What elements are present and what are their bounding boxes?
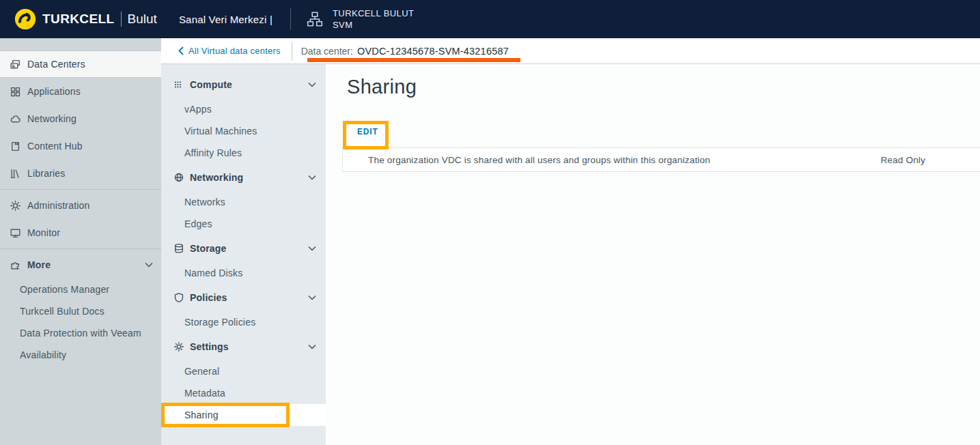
breadcrumb-divider bbox=[292, 42, 292, 61]
sidebar-item-administration[interactable]: Administration bbox=[0, 192, 161, 219]
main-sidebar: Data Centers Applications Networking Con… bbox=[0, 38, 161, 445]
puzzle-icon bbox=[10, 259, 21, 271]
brand-divider bbox=[121, 12, 122, 27]
sitemap-icon bbox=[306, 10, 324, 28]
turkcell-logo[interactable]: TURKCELL Bulut bbox=[14, 8, 157, 31]
org-name: TURKCELL BULUT SVM bbox=[333, 8, 414, 31]
turkcell-logo-icon bbox=[14, 8, 37, 31]
subnav-section-label: Storage bbox=[190, 243, 227, 254]
sidebar-item-applications[interactable]: Applications bbox=[0, 78, 161, 105]
subnav-item-sharing[interactable]: Sharing bbox=[161, 404, 326, 426]
chevron-down-icon bbox=[308, 175, 316, 180]
datacenter-name: OVDC-12345678-SVM-43216587 bbox=[357, 46, 509, 57]
subnav-item-storage-policies[interactable]: Storage Policies bbox=[161, 311, 326, 333]
subnav-section-compute[interactable]: Compute bbox=[161, 71, 326, 98]
sidebar-item-label: Administration bbox=[27, 200, 90, 211]
edit-button[interactable]: EDIT bbox=[357, 127, 378, 137]
subnav-item-metadata[interactable]: Metadata bbox=[161, 382, 326, 404]
subnav-item-vapps[interactable]: vApps bbox=[161, 98, 326, 120]
subnav-section-policies[interactable]: Policies bbox=[161, 284, 326, 311]
sidebar-item-label: Networking bbox=[27, 113, 76, 124]
globe-icon bbox=[173, 172, 184, 183]
brand-suffix: Bulut bbox=[128, 12, 157, 27]
org-name-line2: SVM bbox=[333, 19, 414, 31]
app-header: TURKCELL Bulut Sanal Veri Merkezi | TURK… bbox=[0, 0, 980, 38]
datacenter-label: Data center: bbox=[301, 46, 353, 57]
sidebar-item-label: Monitor bbox=[27, 227, 60, 238]
sharing-grid: The organization VDC is shared with all … bbox=[342, 147, 980, 172]
libraries-icon bbox=[10, 168, 21, 180]
grid-dots-icon bbox=[173, 79, 184, 90]
shield-icon bbox=[173, 292, 184, 303]
portal-title: Sanal Veri Merkezi | bbox=[179, 14, 272, 25]
subnav-item-edges[interactable]: Edges bbox=[161, 213, 326, 235]
sidebar-divider bbox=[0, 248, 161, 249]
back-link-all-vdcs[interactable]: All Virtual data centers bbox=[178, 46, 281, 56]
sidebar-item-availability[interactable]: Availability bbox=[0, 344, 161, 366]
sidebar-item-turkcell-bulut-docs[interactable]: Turkcell Bulut Docs bbox=[0, 300, 161, 322]
subnav-item-affinity-rules[interactable]: Affinity Rules bbox=[161, 142, 326, 164]
subnav-item-named-disks[interactable]: Named Disks bbox=[161, 262, 326, 284]
breadcrumb: All Virtual data centers Data center: OV… bbox=[161, 38, 980, 64]
subnav-section-label: Settings bbox=[190, 341, 229, 352]
content-hub-icon bbox=[10, 141, 21, 152]
subnav-section-networking[interactable]: Networking bbox=[161, 164, 326, 191]
subnav-section-label: Networking bbox=[190, 172, 243, 183]
back-link-label: All Virtual data centers bbox=[188, 46, 281, 56]
sidebar-item-monitor[interactable]: Monitor bbox=[0, 219, 161, 246]
sidebar-item-data-protection-veeam[interactable]: Data Protection with Veeam bbox=[0, 322, 161, 344]
data-centers-icon bbox=[10, 59, 21, 70]
sidebar-item-data-centers[interactable]: Data Centers bbox=[0, 51, 161, 78]
sidebar-item-libraries[interactable]: Libraries bbox=[0, 160, 161, 187]
app-window: TURKCELL Bulut Sanal Veri Merkezi | TURK… bbox=[0, 0, 980, 445]
org-name-line1: TURKCELL BULUT bbox=[333, 8, 414, 19]
chevron-down-icon bbox=[308, 246, 316, 251]
sidebar-item-label: Applications bbox=[27, 86, 81, 97]
main-content: Sharing EDIT The organization VDC is sha… bbox=[326, 64, 980, 445]
sidebar-divider bbox=[0, 189, 161, 190]
cloud-icon bbox=[10, 113, 21, 125]
database-icon bbox=[173, 243, 184, 254]
subnav-item-networks[interactable]: Networks bbox=[161, 191, 326, 213]
subnav-item-general[interactable]: General bbox=[161, 360, 326, 382]
brand-name: TURKCELL bbox=[42, 12, 115, 27]
sidebar-item-networking[interactable]: Networking bbox=[0, 105, 161, 132]
sidebar-item-more[interactable]: More bbox=[0, 251, 161, 278]
monitor-icon bbox=[10, 227, 21, 239]
sharing-row: The organization VDC is shared with all … bbox=[342, 148, 980, 172]
permission-value: Read Only bbox=[880, 155, 980, 165]
sidebar-item-content-hub[interactable]: Content Hub bbox=[0, 132, 161, 160]
chevron-down-icon bbox=[308, 295, 316, 300]
header-divider bbox=[290, 8, 291, 30]
sidebar-item-operations-manager[interactable]: Operations Manager bbox=[0, 278, 161, 300]
gear-icon bbox=[10, 200, 21, 212]
chevron-down-icon bbox=[308, 344, 316, 349]
sidebar-item-label: More bbox=[27, 259, 51, 270]
chevron-left-icon bbox=[178, 46, 184, 55]
sharing-description: The organization VDC is shared with all … bbox=[343, 155, 710, 165]
gear-icon bbox=[173, 341, 184, 352]
subnav-item-virtual-machines[interactable]: Virtual Machines bbox=[161, 120, 326, 142]
sidebar-item-label: Content Hub bbox=[27, 141, 83, 152]
page-title: Sharing bbox=[347, 76, 980, 98]
subnav-section-label: Policies bbox=[190, 292, 227, 303]
sidebar-item-label: Data Centers bbox=[27, 59, 85, 70]
applications-icon bbox=[10, 86, 21, 98]
sidebar-item-label: Libraries bbox=[27, 168, 66, 179]
subnav-section-label: Compute bbox=[190, 79, 232, 90]
subnav-section-settings[interactable]: Settings bbox=[161, 333, 326, 360]
subnav-section-storage[interactable]: Storage bbox=[161, 235, 326, 262]
vdc-subnav: Compute vApps Virtual Machines Affinity … bbox=[161, 64, 326, 445]
chevron-down-icon bbox=[145, 262, 153, 268]
chevron-down-icon bbox=[308, 82, 316, 87]
org-selector[interactable]: TURKCELL BULUT SVM bbox=[306, 8, 414, 31]
